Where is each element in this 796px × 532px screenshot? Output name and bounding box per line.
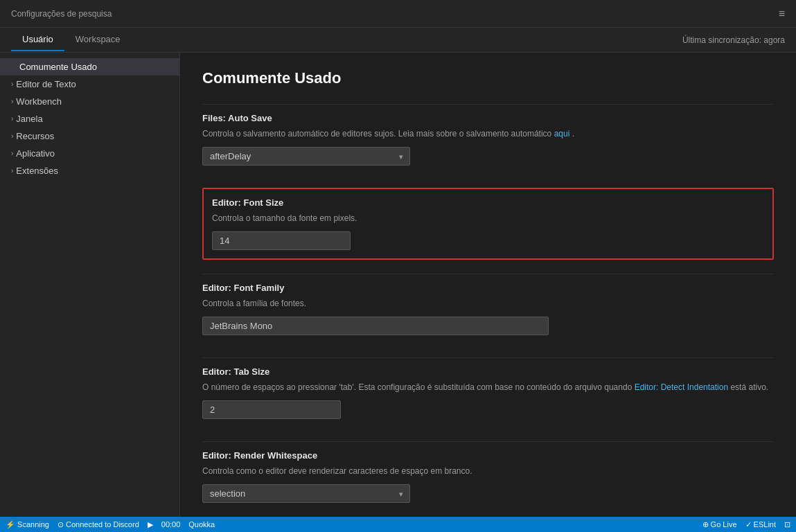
setting-label: Editor: Font Family xyxy=(202,283,774,293)
sidebar-item-editor-de-texto[interactable]: › Editor de Texto xyxy=(0,76,179,93)
sidebar-item-comumente-usado[interactable]: Comumente Usado xyxy=(0,58,179,76)
font-family-input[interactable] xyxy=(202,317,549,335)
chevron-right-icon: › xyxy=(11,167,13,175)
auto-save-select-wrapper: off afterDelay afterFocusChange onFocusC… xyxy=(202,147,410,166)
chevron-right-icon: › xyxy=(11,132,13,140)
setting-label: Editor: Font Size xyxy=(212,197,764,208)
setting-files-auto-save: Files: Auto Save Controla o salvamento a… xyxy=(202,104,774,174)
sidebar-item-label: Workbench xyxy=(16,96,62,107)
sidebar-item-aplicativo[interactable]: › Aplicativo xyxy=(0,145,179,162)
chevron-right-icon: › xyxy=(11,115,13,123)
sidebar-item-label: Editor de Texto xyxy=(16,79,76,89)
tab-bar: Usuário Workspace Última sincronização: … xyxy=(0,28,796,53)
setting-description: Controla o salvamento automático de edit… xyxy=(202,127,774,140)
setting-description: Controla como o editor deve renderizar c… xyxy=(202,465,774,477)
setting-label: Editor: Tab Size xyxy=(202,366,774,377)
tab-usuario[interactable]: Usuário xyxy=(11,28,64,51)
status-eslint[interactable]: ✓ ESLint xyxy=(745,520,776,529)
status-discord[interactable]: ⊙ Connected to Discord xyxy=(58,520,139,529)
setting-editor-tab-size: Editor: Tab Size O número de espaços ao … xyxy=(202,357,774,427)
detect-indentation-link[interactable]: Editor: Detect Indentation xyxy=(635,382,728,392)
sidebar-item-label: Recursos xyxy=(16,131,54,141)
font-size-input[interactable] xyxy=(212,231,351,250)
tabs-container: Usuário Workspace xyxy=(11,28,132,51)
tab-workspace[interactable]: Workspace xyxy=(64,28,132,51)
status-quokka: Quokka xyxy=(188,520,215,529)
chevron-right-icon: › xyxy=(11,80,13,88)
main-layout: Comumente Usado › Editor de Texto › Work… xyxy=(0,53,796,517)
setting-editor-font-size: Editor: Font Size Controla o tamanho da … xyxy=(202,188,774,260)
render-whitespace-select[interactable]: none boundary selection trailing all xyxy=(202,484,410,503)
status-golive[interactable]: ⊕ Go Live xyxy=(702,520,737,529)
chevron-right-icon: › xyxy=(11,98,13,105)
status-left: ⚡ Scanning ⊙ Connected to Discord ▶ 00:0… xyxy=(6,520,215,529)
setting-link[interactable]: aqui xyxy=(554,129,570,139)
sidebar-item-workbench[interactable]: › Workbench xyxy=(0,93,179,110)
search-title: Configurações de pesquisa xyxy=(11,9,112,19)
tab-size-input[interactable] xyxy=(202,400,341,419)
top-bar: Configurações de pesquisa ≡ xyxy=(0,0,796,28)
settings-content: Comumente Usado Files: Auto Save Control… xyxy=(180,53,796,517)
sidebar-item-janela[interactable]: › Janela xyxy=(0,110,179,127)
status-time: 00:00 xyxy=(161,520,181,529)
menu-icon[interactable]: ≡ xyxy=(779,8,785,20)
sidebar-item-label: Janela xyxy=(16,114,42,124)
setting-description: O número de espaços ao pressionar 'tab'.… xyxy=(202,381,774,393)
setting-description: Controla o tamanho da fonte em pixels. xyxy=(212,212,764,224)
sidebar-item-recursos[interactable]: › Recursos xyxy=(0,127,179,145)
status-scanning[interactable]: ⚡ Scanning xyxy=(6,520,49,529)
auto-save-select[interactable]: off afterDelay afterFocusChange onFocusC… xyxy=(202,147,410,166)
page-title: Comumente Usado xyxy=(202,69,774,87)
setting-editor-font-family: Editor: Font Family Controla a família d… xyxy=(202,274,774,344)
setting-description: Controla a família de fontes. xyxy=(202,297,774,310)
sync-info: Última sincronização: agora xyxy=(682,35,785,45)
status-bar: ⚡ Scanning ⊙ Connected to Discord ▶ 00:0… xyxy=(0,517,796,532)
setting-label: Editor: Render Whitespace xyxy=(202,450,774,461)
status-arrow[interactable]: ▶ xyxy=(148,520,153,529)
sidebar-item-extensoes[interactable]: › Extensões xyxy=(0,162,179,179)
sidebar-item-label: Aplicativo xyxy=(16,148,55,159)
status-right: ⊕ Go Live ✓ ESLint ⊡ xyxy=(702,520,790,529)
sidebar: Comumente Usado › Editor de Texto › Work… xyxy=(0,53,180,517)
sidebar-item-label: Comumente Usado xyxy=(19,62,97,72)
setting-render-whitespace: Editor: Render Whitespace Controla como … xyxy=(202,441,774,511)
render-whitespace-select-wrapper: none boundary selection trailing all ▾ xyxy=(202,484,410,503)
setting-label: Files: Auto Save xyxy=(202,113,774,123)
status-external[interactable]: ⊡ xyxy=(784,520,790,529)
chevron-right-icon: › xyxy=(11,150,13,157)
sidebar-item-label: Extensões xyxy=(16,166,58,176)
